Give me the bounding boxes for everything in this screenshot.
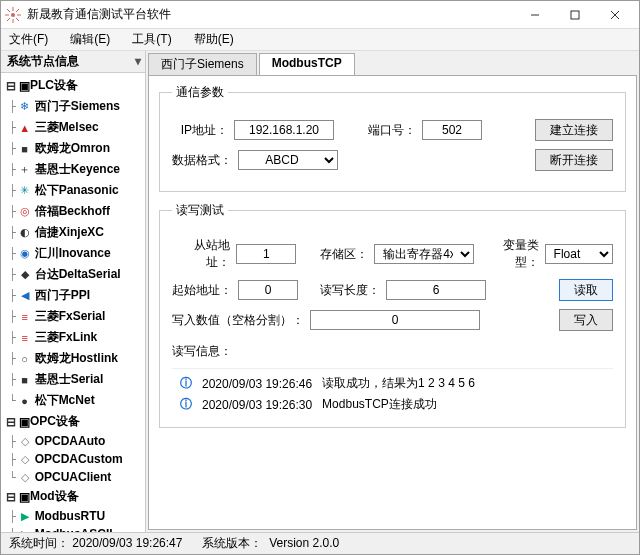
port-input[interactable] [422, 120, 482, 140]
tree-node[interactable]: ├▶ModbusRTU [1, 507, 145, 525]
comm-legend: 通信参数 [172, 84, 228, 101]
node-label: 基恩士Keyence [35, 161, 120, 178]
sidebar: 系统节点信息 ▾ ⊟ ▣ PLC设备├❄西门子Siemens├▲三菱Melsec… [1, 51, 146, 532]
menu-help[interactable]: 帮助(E) [190, 29, 238, 50]
node-label: 三菱FxLink [35, 329, 98, 346]
tree-connector: ├ [9, 289, 16, 302]
write-input[interactable] [310, 310, 480, 330]
info-icon: ⓘ [180, 375, 192, 392]
node-icon: ◇ [18, 435, 32, 448]
tree-node[interactable]: └●松下McNet [1, 390, 145, 411]
node-label: OPCDAAuto [35, 434, 106, 448]
tree-connector: ├ [9, 510, 16, 523]
tree-node[interactable]: ├❄西门子Siemens [1, 96, 145, 117]
rw-test-group: 读写测试 从站地址： 存储区： 输出寄存器4x 变量类型： Float 起始地址… [159, 202, 626, 428]
vtype-select[interactable]: Float [545, 244, 613, 264]
tree-connector: ├ [9, 331, 16, 344]
folder-icon: ▣ [19, 79, 30, 93]
tree-group[interactable]: ⊟ ▣ Mod设备 [1, 486, 145, 507]
write-button[interactable]: 写入 [559, 309, 613, 331]
node-icon: ◇ [18, 471, 32, 484]
node-icon: ◀ [18, 289, 32, 302]
tab[interactable]: ModbusTCP [259, 53, 355, 75]
node-label: 欧姆龙Omron [35, 140, 110, 157]
tree-group[interactable]: ⊟ ▣ OPC设备 [1, 411, 145, 432]
content: 西门子SiemensModbusTCP 通信参数 IP地址： 端口号： 建立连接… [146, 51, 639, 532]
tree-node[interactable]: ├≡三菱FxSerial [1, 306, 145, 327]
log-row: ⓘ2020/09/03 19:26:46读取成功，结果为1 2 3 4 5 6 [172, 373, 613, 394]
tree-connector: └ [9, 394, 16, 407]
tree-node[interactable]: ├◎倍福Beckhoff [1, 201, 145, 222]
menu-tool[interactable]: 工具(T) [128, 29, 175, 50]
store-select[interactable]: 输出寄存器4x [374, 244, 474, 264]
svg-line-8 [7, 18, 10, 21]
tree-node[interactable]: ├◇OPCDAAuto [1, 432, 145, 450]
vtype-label: 变量类型： [480, 237, 538, 271]
node-icon: ◇ [18, 453, 32, 466]
len-input[interactable] [386, 280, 486, 300]
sidebar-header: 系统节点信息 ▾ [1, 51, 145, 73]
slave-label: 从站地址： [172, 237, 230, 271]
node-label: ModbusRTU [35, 509, 106, 523]
ip-input[interactable] [234, 120, 334, 140]
svg-rect-10 [571, 11, 579, 19]
tree-group[interactable]: ⊟ ▣ PLC设备 [1, 75, 145, 96]
tree-node[interactable]: ├■欧姆龙Omron [1, 138, 145, 159]
tree-node[interactable]: ├＋基恩士Keyence [1, 159, 145, 180]
tab[interactable]: 西门子Siemens [148, 53, 257, 75]
tree-node[interactable]: ├■基恩士Serial [1, 369, 145, 390]
log-msg: 读取成功，结果为1 2 3 4 5 6 [322, 375, 475, 392]
sidebar-title: 系统节点信息 [7, 54, 79, 68]
node-label: 汇川Inovance [35, 245, 111, 262]
node-icon: ◐ [18, 226, 32, 239]
tree-connector: ├ [9, 310, 16, 323]
disconnect-button[interactable]: 断开连接 [535, 149, 613, 171]
node-label: 西门子PPI [35, 287, 90, 304]
status-version: 系统版本： Version 2.0.0 [202, 535, 339, 552]
tree-node[interactable]: ├▲三菱Melsec [1, 117, 145, 138]
tree-node[interactable]: ├○欧姆龙Hostlink [1, 348, 145, 369]
maximize-button[interactable] [555, 1, 595, 29]
collapse-icon: ⊟ [5, 490, 17, 504]
ip-label: IP地址： [172, 122, 228, 139]
tree-connector: ├ [9, 352, 16, 365]
group-label: PLC设备 [30, 77, 78, 94]
tree-node[interactable]: ├◉汇川Inovance [1, 243, 145, 264]
node-icon: ✳ [18, 184, 32, 197]
rw-legend: 读写测试 [172, 202, 228, 219]
read-button[interactable]: 读取 [559, 279, 613, 301]
tree-node[interactable]: ├✳松下Panasonic [1, 180, 145, 201]
log-msg: ModbusTCP连接成功 [322, 396, 437, 413]
node-icon: ≡ [18, 311, 32, 323]
tree-node[interactable]: ├▶ModbusASCII [1, 525, 145, 532]
svg-line-6 [16, 18, 19, 21]
pin-icon[interactable]: ▾ [135, 54, 141, 68]
statusbar: 系统时间： 2020/09/03 19:26:47 系统版本： Version … [1, 532, 639, 554]
connect-button[interactable]: 建立连接 [535, 119, 613, 141]
folder-icon: ▣ [19, 490, 30, 504]
start-input[interactable] [238, 280, 298, 300]
minimize-button[interactable] [515, 1, 555, 29]
tabstrip: 西门子SiemensModbusTCP [148, 53, 637, 75]
port-label: 端口号： [366, 122, 416, 139]
tree-node[interactable]: └◇OPCUAClient [1, 468, 145, 486]
tree-connector: ├ [9, 226, 16, 239]
menu-edit[interactable]: 编辑(E) [66, 29, 114, 50]
menu-file[interactable]: 文件(F) [5, 29, 52, 50]
node-icon: ▲ [18, 122, 32, 134]
node-label: 三菱Melsec [35, 119, 99, 136]
tree-node[interactable]: ├◆台达DeltaSerial [1, 264, 145, 285]
tree-node[interactable]: ├◐信捷XinjeXC [1, 222, 145, 243]
log-time: 2020/09/03 19:26:46 [202, 377, 312, 391]
node-icon: ▶ [18, 510, 32, 523]
tree-connector: └ [9, 471, 16, 484]
tree-connector: ├ [9, 142, 16, 155]
format-select[interactable]: ABCD [238, 150, 338, 170]
close-button[interactable] [595, 1, 635, 29]
tree-node[interactable]: ├◀西门子PPI [1, 285, 145, 306]
node-label: 松下McNet [35, 392, 95, 409]
tree-node[interactable]: ├◇OPCDACustom [1, 450, 145, 468]
tree-connector: ├ [9, 435, 16, 448]
tree-node[interactable]: ├≡三菱FxLink [1, 327, 145, 348]
slave-input[interactable] [236, 244, 296, 264]
